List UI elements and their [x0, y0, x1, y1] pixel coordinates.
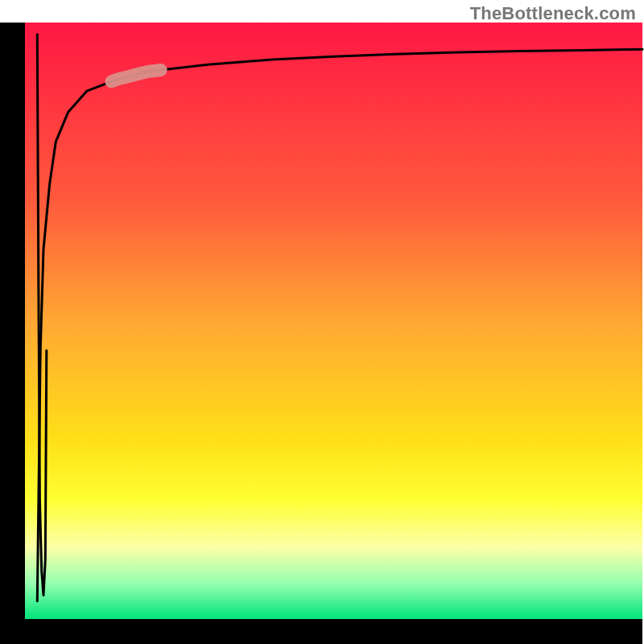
- plot-background: [25, 23, 642, 619]
- chart-wrapper: TheBottleneck.com: [0, 0, 644, 644]
- y-axis-band: [0, 23, 25, 644]
- x-axis-band: [0, 619, 642, 644]
- watermark-text: TheBottleneck.com: [470, 3, 636, 24]
- bottleneck-chart: [0, 0, 644, 644]
